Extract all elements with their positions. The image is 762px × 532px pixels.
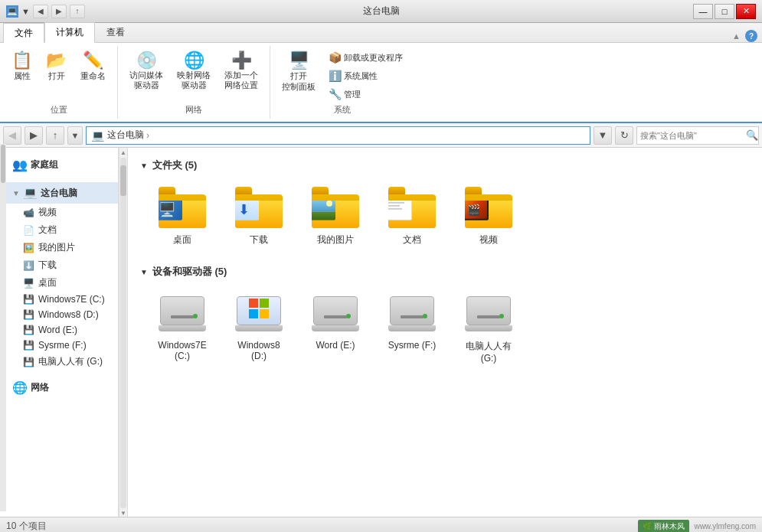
sidebar-item-videos[interactable]: 📹 视频 <box>6 204 118 221</box>
pictures-folder-icon <box>309 184 362 230</box>
scroll-thumb-sidebar[interactable] <box>120 165 126 196</box>
back-button[interactable]: ◀ <box>3 126 21 145</box>
sidebar-item-desktop[interactable]: 🖥️ 桌面 <box>6 274 118 292</box>
scroll-thumb[interactable] <box>1 148 5 183</box>
sidebar-item-homegroup[interactable]: 👥 家庭组 <box>6 154 118 176</box>
map-network-button[interactable]: 🌐 映射网络驱动器 <box>172 49 216 93</box>
window-menu-icon: ▼ <box>21 7 30 16</box>
videos-label: 视频 <box>38 206 57 219</box>
forward-button[interactable]: ▶ <box>25 126 43 145</box>
ribbon-group-position: 📋 属性 📂 打开 ✏️ 重命名 位置 <box>0 46 118 119</box>
recent-locations-button[interactable]: ▼ <box>67 126 83 145</box>
close-button[interactable]: ✕ <box>736 4 756 19</box>
window-controls: — □ ✕ <box>693 4 756 19</box>
win8d-icon: 💾 <box>23 309 34 320</box>
sidebar-scroll[interactable] <box>0 148 6 511</box>
sidebar-item-this-pc[interactable]: ▼ 💻 这台电脑 <box>6 182 118 204</box>
sidebar: 👥 家庭组 ▼ 💻 这台电脑 📹 视频 📄 文档 🖼️ 我的图片 <box>0 148 119 517</box>
ribbon-group-system: 🖥️ 打开控制面板 📦 卸载或更改程序 ℹ️ 系统属性 🔧 管理 系统 <box>270 46 414 119</box>
sidebar-item-dianyuang[interactable]: 💾 电脑人人有 (G:) <box>6 353 118 370</box>
dianyuang-drive-label: 电脑人人有 (G:) <box>459 340 518 364</box>
sidebar-scrollbar[interactable]: ▲ ▼ <box>119 148 128 517</box>
sidebar-item-downloads[interactable]: ⬇️ 下载 <box>6 256 118 274</box>
homegroup-label: 家庭组 <box>31 158 58 171</box>
drive-worde[interactable]: Word (E:) <box>301 286 370 368</box>
documents-icon: 📄 <box>23 225 34 236</box>
open-button[interactable]: 📂 打开 <box>41 49 72 85</box>
windows-logo <box>249 299 269 323</box>
scroll-track[interactable] <box>120 158 126 508</box>
sidebar-item-sysrmef[interactable]: 💾 Sysrme (F:) <box>6 338 118 353</box>
spacer <box>6 176 118 182</box>
dropdown-button[interactable]: ▼ <box>594 126 612 145</box>
pictures-label: 我的图片 <box>317 233 354 246</box>
sidebar-item-documents[interactable]: 📄 文档 <box>6 221 118 239</box>
rename-button[interactable]: ✏️ 重命名 <box>75 49 111 85</box>
tab-view[interactable]: 查看 <box>95 22 136 42</box>
sidebar-item-pictures[interactable]: 🖼️ 我的图片 <box>6 239 118 256</box>
properties-icon: 📋 <box>11 52 32 69</box>
folder-documents[interactable]: 文档 <box>378 180 446 251</box>
ribbon-collapse-icon[interactable]: ▲ <box>732 31 741 41</box>
manage-button[interactable]: 🔧 管理 <box>324 86 407 103</box>
quick-access-back[interactable]: ◀ <box>33 5 48 18</box>
window-title: 这台电脑 <box>363 5 400 18</box>
win7e-drive-icon <box>155 291 209 337</box>
win7e-drive-label: Windows7E (C:) <box>152 340 212 361</box>
folder-videos[interactable]: 🎬 视频 <box>454 180 523 251</box>
desktop-label: 桌面 <box>173 233 191 246</box>
refresh-button[interactable]: ↻ <box>615 126 633 145</box>
folders-grid: 🖥️ 桌面 ⬇ <box>140 180 750 251</box>
folder-pictures[interactable]: 我的图片 <box>301 180 370 251</box>
watermark-url: www.ylmfeng.com <box>694 522 756 530</box>
scroll-down-arrow[interactable]: ▼ <box>120 510 126 517</box>
control-panel-button[interactable]: 🖥️ 打开控制面板 <box>276 49 321 96</box>
item-count: 10 个项目 <box>6 520 47 532</box>
uninstall-icon: 📦 <box>329 51 342 64</box>
system-sub-buttons: 📦 卸载或更改程序 ℹ️ 系统属性 🔧 管理 <box>324 49 407 103</box>
system-properties-button[interactable]: ℹ️ 系统属性 <box>324 67 407 84</box>
sidebar-item-win8d[interactable]: 💾 Windows8 (D:) <box>6 307 118 322</box>
tab-file[interactable]: 文件 <box>3 23 44 43</box>
search-input[interactable] <box>640 131 746 140</box>
sidebar-item-worde[interactable]: 💾 Word (E:) <box>6 322 118 338</box>
folder-desktop[interactable]: 🖥️ 桌面 <box>148 180 217 251</box>
drive-sysrmef[interactable]: Sysrme (F:) <box>378 286 446 368</box>
help-icon[interactable]: ? <box>745 30 757 42</box>
open-icon: 📂 <box>46 52 67 69</box>
address-path[interactable]: 💻 这台电脑 › <box>86 126 590 145</box>
watermark-icon: 🌿 <box>643 522 652 530</box>
maximize-button[interactable]: □ <box>715 4 734 19</box>
add-network-button[interactable]: ➕ 添加一个网络位置 <box>219 49 263 93</box>
sidebar-item-win7e[interactable]: 💾 Windows7E (C:) <box>6 292 118 307</box>
folders-title: 文件夹 (5) <box>152 158 198 172</box>
downloads-folder-icon: ⬇ <box>232 184 286 230</box>
downloads-icon: ⬇️ <box>23 260 34 271</box>
scroll-up-arrow[interactable]: ▲ <box>120 149 126 156</box>
svg-rect-3 <box>260 309 269 318</box>
desktop-folder-icon: 🖥️ <box>155 184 209 230</box>
sysrmef-drive-label: Sysrme (F:) <box>388 340 437 351</box>
up-button[interactable]: ↑ <box>46 126 64 145</box>
documents-folder-icon <box>385 184 439 230</box>
drive-win8d[interactable]: Windows8 (D:) <box>224 286 293 368</box>
documents-label: 文档 <box>38 224 57 237</box>
drive-dianyuang[interactable]: 电脑人人有 (G:) <box>454 286 523 368</box>
status-bar: 10 个项目 🌿 雨林木风 www.ylmfeng.com <box>0 517 762 532</box>
uninstall-button[interactable]: 📦 卸载或更改程序 <box>324 49 407 66</box>
drives-grid: Windows7E (C:) <box>140 286 750 368</box>
folder-downloads[interactable]: ⬇ 下载 <box>224 180 293 251</box>
drive-win7e[interactable]: Windows7E (C:) <box>148 286 217 368</box>
sidebar-item-network[interactable]: 🌐 网络 <box>6 377 118 399</box>
quick-access-up[interactable]: ↑ <box>70 5 85 18</box>
tab-computer[interactable]: 计算机 <box>44 22 95 43</box>
search-icon: 🔍 <box>746 129 758 141</box>
network-label: 网络 <box>31 381 49 394</box>
minimize-button[interactable]: — <box>693 4 713 19</box>
win8d-drive-label: Windows8 (D:) <box>229 340 289 361</box>
win8d-drive-icon <box>232 291 286 337</box>
properties-button[interactable]: 📋 属性 <box>6 49 38 85</box>
media-access-button[interactable]: 💿 访问媒体驱动器 <box>124 49 168 93</box>
quick-access-forward[interactable]: ▶ <box>51 5 67 18</box>
downloads-label: 下载 <box>250 233 268 246</box>
